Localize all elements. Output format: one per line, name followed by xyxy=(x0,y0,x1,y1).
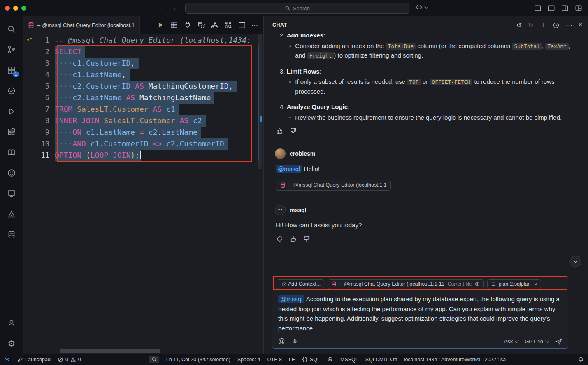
more-actions-icon[interactable]: ⋯ xyxy=(566,21,572,29)
gear-icon: ⚙ xyxy=(8,339,16,349)
eol-indicator[interactable]: LF xyxy=(289,357,295,363)
back-button[interactable]: ← xyxy=(158,4,165,12)
mssql-provider[interactable]: MSSQL xyxy=(340,357,358,363)
new-chat-icon[interactable]: ＋ xyxy=(540,21,546,30)
attached-file-chip[interactable]: -- @mssql Chat Query Editor (localhost,1… xyxy=(276,180,391,191)
code-line[interactable]: 7FROM SalesLT.Customer AS c1 xyxy=(23,104,263,115)
estimated-plan-icon[interactable] xyxy=(224,21,232,29)
editor-tab[interactable]: -- @mssql Chat Query Editor (localhost,1 xyxy=(23,16,140,34)
split-editor-icon[interactable] xyxy=(238,21,246,29)
titlebar: ← → Search xyxy=(0,0,588,16)
indentation-indicator[interactable]: Spaces: 4 xyxy=(237,357,260,363)
bell-icon xyxy=(578,356,584,363)
message-actions xyxy=(276,236,577,243)
context-file-suffix: Current file xyxy=(448,281,472,287)
code-editor[interactable]: ✦✦ 1-- @mssql Chat Query Editor (localho… xyxy=(23,34,263,354)
code-line[interactable]: 6····c2.LastName AS MatchingLastName xyxy=(23,92,263,104)
more-actions-icon[interactable]: ⋯ xyxy=(251,21,258,29)
activity-source-control[interactable] xyxy=(2,39,21,60)
badge: 1 xyxy=(13,71,19,77)
sqlcmd-status[interactable]: SQLCMD: Off xyxy=(365,357,397,363)
undo-icon[interactable]: ↺ xyxy=(516,21,522,29)
activity-database[interactable] xyxy=(2,224,21,245)
chat-conversation: 2. Add Indexes:◦Consider adding an index… xyxy=(264,34,588,276)
results-grid-icon[interactable] xyxy=(170,21,178,29)
zoom-indicator[interactable] xyxy=(149,356,159,363)
history-icon[interactable] xyxy=(553,22,560,29)
editor-horizontal-scrollbar[interactable] xyxy=(60,349,160,353)
code-line[interactable]: 5····c2.CustomerID AS MatchingCustomerID… xyxy=(23,81,263,92)
command-center-search[interactable]: Search xyxy=(185,3,409,14)
language-mode[interactable]: {}SQL xyxy=(302,357,320,363)
mssql-file-icon xyxy=(331,281,337,287)
toggle-primary-sidebar-icon[interactable] xyxy=(534,5,542,12)
code-line[interactable]: 4····c1.LastName, xyxy=(23,69,263,81)
scroll-to-bottom-button[interactable] xyxy=(569,256,581,268)
mssql-file-icon xyxy=(28,22,34,28)
chat-input-text[interactable]: @mssql According to the execution plan s… xyxy=(277,290,564,336)
editor-vertical-scrollbar[interactable] xyxy=(258,34,263,348)
code-line[interactable]: 10····AND c1.CustomerID <> c2.CustomerID xyxy=(23,138,263,150)
minimize-window-button[interactable] xyxy=(13,6,18,11)
schema-designer-icon[interactable] xyxy=(211,21,219,29)
thumbs-up-icon[interactable] xyxy=(276,127,283,134)
warning-icon xyxy=(70,357,76,363)
notifications-bell[interactable] xyxy=(578,356,584,363)
customize-layout-icon[interactable] xyxy=(575,5,582,12)
send-icon[interactable] xyxy=(555,338,562,345)
problems-indicator[interactable]: 0 0 xyxy=(58,357,81,363)
toggle-panel-icon[interactable] xyxy=(548,5,555,12)
mention-picker-icon[interactable]: @ xyxy=(278,337,285,345)
thumbs-down-icon[interactable] xyxy=(303,236,310,243)
run-query-button[interactable] xyxy=(156,21,165,29)
redo-icon[interactable]: ↻ xyxy=(528,21,533,29)
code-line[interactable]: 3····c1.CustomerID, xyxy=(23,58,263,69)
connection-status[interactable]: localhost,1434 : AdventureWorksLT2022 : … xyxy=(404,357,506,363)
code-line[interactable]: 2SELECT xyxy=(23,46,263,58)
code-line[interactable]: 9····ON c1.LastName = c2.LastName xyxy=(23,127,263,138)
current-file-context-chip[interactable]: -- @mssql Chat Query Editor (localhost,1… xyxy=(328,279,483,289)
copilot-sparkle-icon[interactable]: ✦✦ xyxy=(26,36,32,43)
activity-extensions[interactable] xyxy=(2,122,21,142)
cursor-position[interactable]: Ln 11, Col 20 (342 selected) xyxy=(166,357,230,363)
close-window-button[interactable] xyxy=(5,6,10,11)
zoom-window-button[interactable] xyxy=(21,6,26,11)
encoding-indicator[interactable]: UTF-8 xyxy=(267,357,282,363)
regenerate-icon[interactable] xyxy=(276,236,283,243)
chat-mode-dropdown[interactable]: Ask xyxy=(504,338,518,344)
model-picker-dropdown[interactable]: GPT-4o xyxy=(525,338,548,344)
copilot-menu-button[interactable] xyxy=(416,4,427,11)
add-context-button[interactable]: Add Context... xyxy=(277,279,324,289)
code-line[interactable]: 8INNER JOIN SalesLT.Customer AS c2 xyxy=(23,115,263,127)
activity-accounts[interactable] xyxy=(2,313,21,333)
toggle-secondary-sidebar-icon[interactable] xyxy=(561,5,569,12)
plan-file-context-chip[interactable]: plan-2.sqlplan × xyxy=(487,279,541,289)
copilot-status[interactable] xyxy=(327,356,333,363)
thumbs-up-icon[interactable] xyxy=(290,236,297,243)
activity-screens[interactable] xyxy=(2,183,21,204)
thumbs-down-icon[interactable] xyxy=(290,127,297,134)
remove-context-icon[interactable]: × xyxy=(534,281,537,287)
activity-search[interactable] xyxy=(2,19,21,39)
forward-button[interactable]: → xyxy=(170,4,177,12)
activity-github[interactable] xyxy=(2,163,21,183)
code-line[interactable]: 11OPTION (LOOP JOIN); xyxy=(23,150,263,161)
close-icon[interactable]: × xyxy=(579,21,582,29)
remote-indicator[interactable] xyxy=(3,356,10,363)
activity-run-debug[interactable] xyxy=(2,101,21,122)
activity-settings[interactable]: ⚙ xyxy=(2,333,21,354)
activity-docs[interactable] xyxy=(2,142,21,163)
activity-remote-explorer[interactable]: 1 xyxy=(2,60,21,81)
activity-testing[interactable] xyxy=(2,81,21,101)
chevron-down-icon xyxy=(573,259,579,265)
code-line[interactable]: 1-- @mssql Chat Query Editor (localhost,… xyxy=(23,35,263,46)
eye-icon[interactable] xyxy=(474,281,480,287)
mention-chip[interactable]: @mssql xyxy=(276,165,302,173)
chat-panel: CHAT ↺ ↻ ＋ ⋯ × 2. Add Indexes:◦Consider … xyxy=(264,16,588,354)
activity-azure[interactable] xyxy=(2,204,21,224)
list-item: 3. Limit Rows:◦If only a subset of resul… xyxy=(275,67,577,97)
launchpad-button[interactable]: Launchpad xyxy=(17,357,51,363)
change-connection-icon[interactable] xyxy=(197,21,205,29)
microphone-icon[interactable] xyxy=(292,338,298,344)
disconnect-icon[interactable] xyxy=(184,21,192,29)
